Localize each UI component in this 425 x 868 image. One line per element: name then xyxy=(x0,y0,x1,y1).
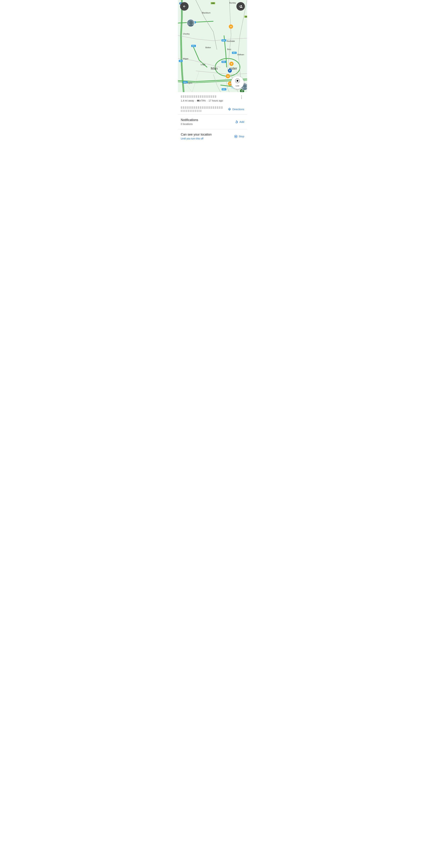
road-a646: A646 xyxy=(244,16,247,18)
user-avatar-1[interactable] xyxy=(187,19,195,27)
stop-label: Stop xyxy=(239,135,244,138)
person1-meta: 1.4 mi away · 79% · 17 hours ago xyxy=(181,99,223,102)
directions-icon xyxy=(228,107,231,111)
road-m56: M56 xyxy=(222,88,226,90)
notifications-title: Notifications xyxy=(181,118,198,122)
star-marker-6[interactable]: ★ xyxy=(226,74,230,78)
directions-label: Directions xyxy=(232,108,244,111)
road-m62-mid: M62 xyxy=(232,52,237,54)
road-m61: M61 xyxy=(191,45,196,47)
bell-icon xyxy=(235,120,238,124)
location-section: Can see your location Until you turn thi… xyxy=(178,129,247,144)
svg-point-9 xyxy=(237,80,238,82)
notifications-subtitle: 0 locations xyxy=(181,123,198,125)
person1-row: 1.4 mi away · 79% · 17 hours ago ⋮ xyxy=(178,92,247,104)
person1-name-blurred xyxy=(181,95,216,98)
stop-button[interactable]: Stop xyxy=(234,135,244,138)
road-a59: A59 xyxy=(211,2,215,4)
road-m62-bot: M62 xyxy=(183,81,188,83)
person2-info xyxy=(181,106,223,112)
live-icon xyxy=(235,78,240,84)
road-m6-top: M6 xyxy=(179,60,183,62)
add-label: Add xyxy=(239,120,244,123)
person2-row: Directions xyxy=(178,104,247,115)
bottom-panel: 1.4 mi away · 79% · 17 hours ago ⋮ Direc… xyxy=(178,92,247,144)
location-subtitle[interactable]: Until you turn this off xyxy=(181,137,211,140)
directions-button[interactable]: Directions xyxy=(228,107,244,111)
live-button[interactable]: Live xyxy=(231,76,244,89)
person1-distance: 1.4 mi away xyxy=(181,99,194,102)
star-marker-1[interactable]: ★ xyxy=(229,25,233,29)
location-info: Can see your location Until you turn thi… xyxy=(181,133,211,140)
separator-2: · xyxy=(207,99,207,102)
person1-time: 17 hours ago xyxy=(208,99,223,102)
add-notification-button[interactable]: Add xyxy=(235,120,244,124)
person1-battery: 79% xyxy=(201,99,206,102)
road-m60: M60 xyxy=(222,61,226,63)
more-options-button[interactable]: ⋮ xyxy=(239,95,244,99)
person2-sub-blurred xyxy=(181,110,202,112)
svg-point-5 xyxy=(243,85,247,88)
person2-name-blurred xyxy=(181,106,223,109)
battery-icon xyxy=(197,100,200,101)
add-person-button[interactable] xyxy=(236,2,245,11)
stop-icon xyxy=(234,135,238,138)
notifications-info: Notifications 0 locations xyxy=(181,118,198,125)
separator-1: · xyxy=(195,99,196,102)
svg-point-3 xyxy=(189,21,193,25)
p-marker-1[interactable]: P xyxy=(228,69,232,73)
location-title: Can see your location xyxy=(181,133,211,136)
notifications-section: Notifications 0 locations Add xyxy=(178,115,247,129)
back-button[interactable] xyxy=(180,2,189,11)
star-marker-5[interactable]: ★ xyxy=(229,62,234,66)
live-label: Live xyxy=(236,85,239,87)
map-container: Burnley Bradford Blackburn Halifax Chorl… xyxy=(178,0,247,92)
road-m66: M66 xyxy=(222,39,226,41)
person1-info: 1.4 mi away · 79% · 17 hours ago xyxy=(181,95,223,102)
